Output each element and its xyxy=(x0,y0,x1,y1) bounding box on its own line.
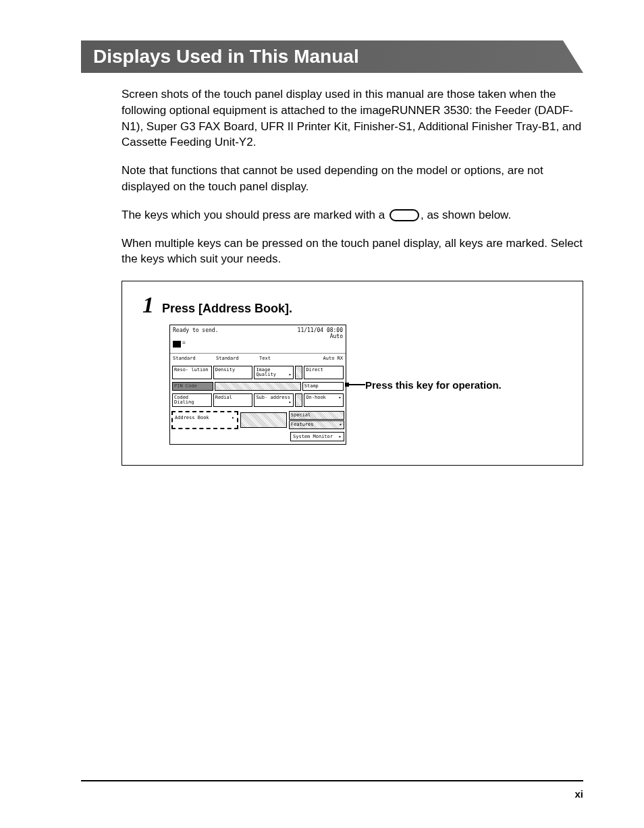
spacer xyxy=(295,366,302,379)
density-button[interactable]: Density xyxy=(213,366,253,379)
step-number: 1 xyxy=(142,292,154,318)
image-quality-button[interactable]: Image Quality xyxy=(254,366,294,379)
footer-line xyxy=(81,780,583,781)
section-heading: Displays Used in This Manual xyxy=(81,40,583,73)
address-book-button[interactable]: Address Book xyxy=(171,411,238,429)
callout-line-icon xyxy=(346,384,365,385)
redial-button[interactable]: Redial xyxy=(213,393,253,407)
fax-mode: Auto xyxy=(330,333,343,339)
spacer xyxy=(295,393,302,407)
paragraph-4: When multiple keys can be pressed on the… xyxy=(122,236,583,268)
fax-datetime: 11/11/04 08:00 xyxy=(298,327,343,333)
callout-text: Press this key for operation. xyxy=(365,379,502,391)
fax-status: Ready to send. xyxy=(173,327,218,339)
paragraph-3: The keys which you should press are mark… xyxy=(122,207,583,223)
fax-screen: Ready to send. 11/11/04 08:00 Auto Stand… xyxy=(169,325,346,445)
pin-code-button[interactable]: PIN Code xyxy=(172,382,213,391)
features-button[interactable]: Features xyxy=(289,420,344,429)
page-footer: xi xyxy=(81,780,583,800)
spacer xyxy=(215,382,301,391)
resolution-button[interactable]: Reso- lution xyxy=(172,366,212,379)
example-box: 1 Press [Address Book]. Ready to send. 1… xyxy=(122,281,583,466)
info-auto-rx: Auto RX xyxy=(301,354,344,363)
info-standard-1: Standard xyxy=(171,354,215,363)
special-button[interactable]: Special xyxy=(289,411,344,420)
rounded-rect-icon xyxy=(390,209,419,221)
phone-icon xyxy=(173,341,181,348)
direct-button[interactable]: Direct xyxy=(304,366,344,379)
paragraph-3-before: The keys which you should press are mark… xyxy=(122,209,388,221)
info-standard-2: Standard xyxy=(215,354,258,363)
page-number: xi xyxy=(81,788,583,800)
paragraph-1: Screen shots of the touch panel display … xyxy=(122,86,583,150)
stamp-button[interactable]: Stamp xyxy=(302,382,344,391)
coded-dialing-button[interactable]: Coded Dialing xyxy=(172,393,212,407)
step-line: 1 Press [Address Book]. xyxy=(142,292,562,318)
paragraph-2: Note that functions that cannot be used … xyxy=(122,163,583,195)
paragraph-3-after: , as shown below. xyxy=(421,209,511,221)
info-text: Text xyxy=(258,354,301,363)
spacer xyxy=(240,412,287,428)
on-hook-button[interactable]: On-hook xyxy=(304,393,344,407)
step-instruction: Press [Address Book]. xyxy=(162,302,292,316)
system-monitor-button[interactable]: System Monitor xyxy=(290,432,344,441)
subaddress-button[interactable]: Sub- address xyxy=(254,393,294,407)
